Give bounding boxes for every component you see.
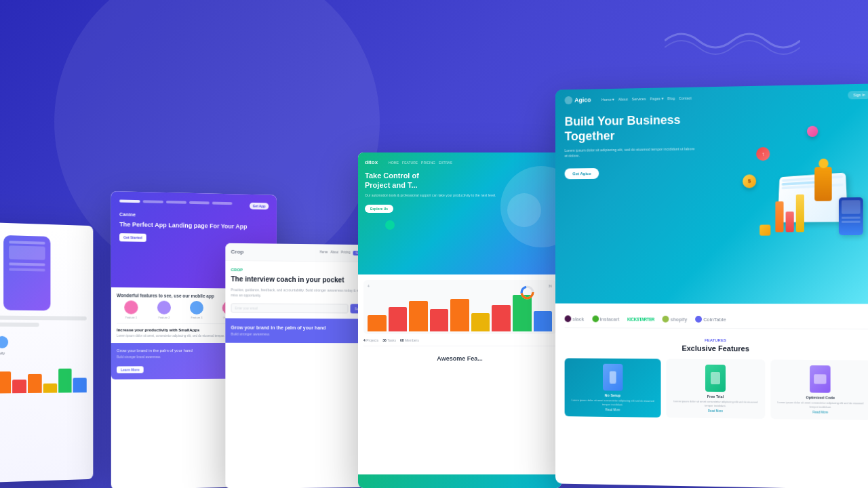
feature-label-1: Feature 1: [117, 316, 146, 319]
card4-stat-1: 4 Projects: [363, 338, 378, 342]
small-text-2: with SmallApps: [0, 357, 87, 361]
card2-logo: Canine: [119, 212, 269, 220]
feature-icon-purple: [157, 301, 171, 314]
brand-shopify: shopify: [663, 316, 688, 323]
card4-nav-feature: FEATURE: [402, 161, 418, 165]
brand-cointable: CoinTable: [695, 316, 726, 323]
brand-kickstarter: KICKSTARTER: [627, 317, 654, 321]
card4-header: ditox HOME FEATURE PRICING EXTRAS Take C…: [358, 152, 561, 274]
card4-nav-links: HOME FEATURE PRICING EXTRAS: [389, 161, 452, 165]
card5-nav-blog[interactable]: Blog: [667, 96, 675, 100]
card5-nav-home[interactable]: Home ▾: [601, 98, 614, 102]
card5-features-section: FEATURES Exclusive Features No Setup Lor…: [565, 335, 868, 423]
card4-bottom-teal: [358, 474, 561, 488]
card-interview-coach[interactable]: Crop Home About Pricing Sign Up Crop The…: [225, 243, 374, 488]
feature-label-3: Feature 3: [182, 316, 211, 319]
card4-awesome: Awesome Fea...: [363, 350, 556, 365]
iso-phone: [839, 197, 863, 235]
iso-arrow: ↑: [756, 147, 770, 161]
card3-tag: Crop: [231, 268, 369, 273]
card5-signin-btn[interactable]: Sign In: [848, 91, 868, 100]
card4-stat-2: 36 Tasks: [382, 338, 396, 342]
card4-stat-3: 68 Members: [400, 338, 419, 342]
card5-nav-contact[interactable]: Contact: [679, 96, 692, 100]
card5-hero-sub: Lorem ipsum dolor sit adipiscing elit, s…: [565, 146, 698, 159]
fc-desc-3: Lorem ipsum dolor sit amet consectetur a…: [774, 401, 867, 409]
fc-link-1[interactable]: Read More: [568, 408, 657, 413]
icon-row: [0, 336, 87, 348]
card5-logo-text: Agico: [574, 96, 591, 103]
card4-bubble-1: [507, 193, 541, 227]
cards-container: App features Increase your productivity …: [0, 0, 868, 488]
iso-person: [814, 167, 831, 201]
card3-brand: Crop: [231, 249, 243, 255]
card4-nav-home: HOME: [389, 161, 399, 165]
card3-purple-section: Grow your brand in the palm of your hand…: [225, 318, 374, 343]
card4-donut: [519, 284, 536, 301]
card5-hero: Build Your Business Together Lorem ipsum…: [565, 113, 698, 179]
card4-stats-row: 4 Projects 36 Tasks 68 Members: [363, 338, 556, 342]
card4-body: 4 36: [358, 274, 561, 370]
card5-hero-title: Build Your Business Together: [565, 113, 698, 144]
card2-cta-btn[interactable]: Get Started: [119, 233, 146, 242]
card-project-management[interactable]: ditox HOME FEATURE PRICING EXTRAS Take C…: [358, 152, 561, 488]
fc-desc-1: Lorem ipsum dolor sit amet consectetur a…: [568, 399, 657, 407]
fc-tablet-icon: [705, 365, 726, 392]
iso-bar-1: [775, 201, 783, 232]
iso-bar-3: [796, 195, 804, 232]
fc-link-3[interactable]: Read More: [774, 410, 867, 415]
card5-nav-pages[interactable]: Pages ▾: [650, 96, 663, 100]
card3-input-group: Enter your email Submit: [231, 303, 369, 313]
card5-illustration: $ ↑: [749, 104, 868, 243]
card4-cta-btn[interactable]: Explore Us: [365, 205, 393, 213]
fc-link-2[interactable]: Read More: [671, 409, 761, 413]
card5-body: slack instacart KICKSTARTER shopify Coin…: [555, 304, 868, 430]
card2-bottom-btn[interactable]: Learn More: [117, 366, 144, 373]
brand-slack: slack: [565, 315, 585, 322]
card-app-landing-partial[interactable]: App features Increase your productivity …: [0, 222, 93, 484]
fc-desktop-icon: [810, 365, 831, 393]
card5-features-title: Exclusive Features: [565, 344, 868, 354]
card5-feature-card-2[interactable]: Free Trial Lorem ipsum dolor sit amet co…: [667, 359, 765, 419]
card4-dot: [385, 220, 395, 230]
card3-email-input[interactable]: Enter your email: [231, 303, 349, 313]
card-agico[interactable]: Agico Home ▾ About Services Pages ▾ Blog…: [555, 83, 868, 488]
text-line-1: [0, 315, 87, 321]
card3-title: The interview coach in your pocket: [231, 274, 369, 285]
feature-item-1: Feature 1: [117, 300, 146, 319]
card5-feature-card-3[interactable]: Optimized Code Lorem ipsum dolor sit ame…: [770, 360, 868, 421]
card5-feature-card-1[interactable]: No Setup Lorem ipsum dolor sit amet cons…: [565, 358, 661, 418]
feature-label-2: Feature 2: [150, 316, 178, 319]
card3-purple-sub: Build stronger awareness: [231, 332, 369, 337]
fc-title-3: Optimized Code: [774, 395, 867, 401]
card5-feature-cards: No Setup Lorem ipsum dolor sit amet cons…: [565, 358, 868, 420]
card2-hero-title: The Perfect App Landing page For Your Ap…: [119, 221, 269, 232]
card5-nav-links: Home ▾ About Services Pages ▾ Blog Conta…: [601, 96, 692, 102]
card4-nav-pricing: PRICING: [421, 161, 435, 165]
card5-cta-btn[interactable]: Get Agico: [565, 168, 599, 179]
iso-person-head: [818, 159, 828, 168]
card3-input-placeholder: Enter your email: [231, 304, 348, 313]
fc-title-2: Free Trial: [671, 394, 761, 399]
card1-label: App features: [0, 329, 87, 333]
card4-data-4: 4: [368, 284, 370, 288]
card5-header: Agico Home ▾ About Services Pages ▾ Blog…: [555, 83, 868, 304]
card4-logo: ditox: [365, 159, 378, 165]
card4-chart-area: 4 36: [363, 280, 556, 334]
card5-logo: Agico: [565, 96, 591, 104]
card3-purple-text: Grow your brand in the palm of your hand: [231, 325, 369, 331]
fc-desc-2: Lorem ipsum dolor sit amet consectetur a…: [671, 399, 761, 408]
card5-nav-about[interactable]: About: [618, 97, 628, 101]
small-text-1: Increase your productivity: [0, 351, 87, 355]
card4-data-36: 36: [548, 284, 552, 288]
feature-item-3: Feature 3: [182, 301, 211, 319]
chart-bars: [0, 366, 87, 394]
card5-nav-services[interactable]: Services: [632, 97, 646, 101]
fc-phone-icon: [603, 364, 623, 391]
card2-getapp-btn[interactable]: Get App: [250, 203, 269, 210]
card2-nav: Get App: [119, 199, 269, 209]
card4-data-68: 68: [368, 333, 552, 334]
feature-item-2: Feature 2: [150, 301, 178, 319]
brand-instacart: instacart: [592, 315, 619, 322]
fc-title-1: No Setup: [568, 393, 657, 398]
